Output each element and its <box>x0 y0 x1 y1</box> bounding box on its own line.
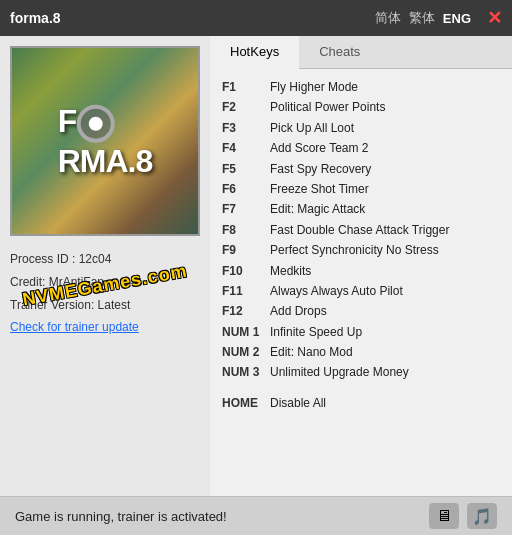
trainer-update-link[interactable]: Check for trainer update <box>10 320 139 334</box>
cheat-key: F8 <box>222 220 264 240</box>
lang-english[interactable]: ENG <box>443 11 471 26</box>
game-logo: FRMA.8 <box>58 103 153 180</box>
cheat-desc: Edit: Magic Attack <box>270 199 365 219</box>
cheat-key: F6 <box>222 179 264 199</box>
cheat-row: F10Medkits <box>222 261 500 281</box>
cheat-row: NUM 1Infinite Speed Up <box>222 322 500 342</box>
cheat-desc: Add Drops <box>270 301 327 321</box>
cheat-key: F1 <box>222 77 264 97</box>
home-key: HOME <box>222 393 264 413</box>
right-panel: HotKeys Cheats F1Fly Higher ModeF2Politi… <box>210 36 512 496</box>
cheat-desc: Always Always Auto Pilot <box>270 281 403 301</box>
cheat-desc: Fly Higher Mode <box>270 77 358 97</box>
left-panel: FRMA.8 NVMEGames.com Process ID : 12c04 … <box>0 36 210 496</box>
cheat-row: F1Fly Higher Mode <box>222 77 500 97</box>
cheat-desc: Pick Up All Loot <box>270 118 354 138</box>
cheat-row: F9Perfect Synchronicity No Stress <box>222 240 500 260</box>
cheat-row: F2Political Power Points <box>222 97 500 117</box>
cheat-row: NUM 2Edit: Nano Mod <box>222 342 500 362</box>
cheat-desc: Unlimited Upgrade Money <box>270 362 409 382</box>
cheat-key: F9 <box>222 240 264 260</box>
close-button[interactable]: ✕ <box>487 7 502 29</box>
home-cheat-row: HOMEDisable All <box>222 393 500 413</box>
cheat-desc: Fast Double Chase Attack Trigger <box>270 220 449 240</box>
cheat-desc: Perfect Synchronicity No Stress <box>270 240 439 260</box>
cheat-key: F5 <box>222 159 264 179</box>
cheat-key: F10 <box>222 261 264 281</box>
cheat-row: F11Always Always Auto Pilot <box>222 281 500 301</box>
language-selector: 简体 繁体 ENG ✕ <box>375 7 502 29</box>
cheat-row: F4Add Score Team 2 <box>222 138 500 158</box>
cheat-key: NUM 1 <box>222 322 264 342</box>
cheat-desc: Political Power Points <box>270 97 385 117</box>
cheats-list: F1Fly Higher ModeF2Political Power Point… <box>210 69 512 496</box>
lang-traditional[interactable]: 繁体 <box>409 9 435 27</box>
status-bar: Game is running, trainer is activated! 🖥… <box>0 496 512 535</box>
cheat-key: F4 <box>222 138 264 158</box>
cheat-key: F11 <box>222 281 264 301</box>
game-thumbnail: FRMA.8 <box>10 46 200 236</box>
home-desc: Disable All <box>270 393 326 413</box>
cheat-key: NUM 2 <box>222 342 264 362</box>
cheat-desc: Edit: Nano Mod <box>270 342 353 362</box>
app-title: forma.8 <box>10 10 61 26</box>
monitor-icon[interactable]: 🖥 <box>429 503 459 529</box>
cheat-desc: Fast Spy Recovery <box>270 159 371 179</box>
cheat-row: F5Fast Spy Recovery <box>222 159 500 179</box>
cheat-row: F6Freeze Shot Timer <box>222 179 500 199</box>
cheat-key: F12 <box>222 301 264 321</box>
cheat-desc: Infinite Speed Up <box>270 322 362 342</box>
tab-bar: HotKeys Cheats <box>210 36 512 69</box>
cheat-key: F2 <box>222 97 264 117</box>
cheat-row: F12Add Drops <box>222 301 500 321</box>
tab-hotkeys[interactable]: HotKeys <box>210 36 299 69</box>
cheat-row: F7Edit: Magic Attack <box>222 199 500 219</box>
tab-cheats[interactable]: Cheats <box>299 36 380 68</box>
cheat-key: F3 <box>222 118 264 138</box>
cheat-row: F3Pick Up All Loot <box>222 118 500 138</box>
cheat-row: NUM 3Unlimited Upgrade Money <box>222 362 500 382</box>
main-content: FRMA.8 NVMEGames.com Process ID : 12c04 … <box>0 36 512 496</box>
cheat-row: F8Fast Double Chase Attack Trigger <box>222 220 500 240</box>
title-bar: forma.8 简体 繁体 ENG ✕ <box>0 0 512 36</box>
status-icons: 🖥 🎵 <box>429 503 497 529</box>
cheat-desc: Add Score Team 2 <box>270 138 369 158</box>
lang-simplified[interactable]: 简体 <box>375 9 401 27</box>
cheat-desc: Medkits <box>270 261 311 281</box>
status-message: Game is running, trainer is activated! <box>15 509 227 524</box>
cheat-key: F7 <box>222 199 264 219</box>
cheat-desc: Freeze Shot Timer <box>270 179 369 199</box>
music-icon[interactable]: 🎵 <box>467 503 497 529</box>
cheat-key: NUM 3 <box>222 362 264 382</box>
